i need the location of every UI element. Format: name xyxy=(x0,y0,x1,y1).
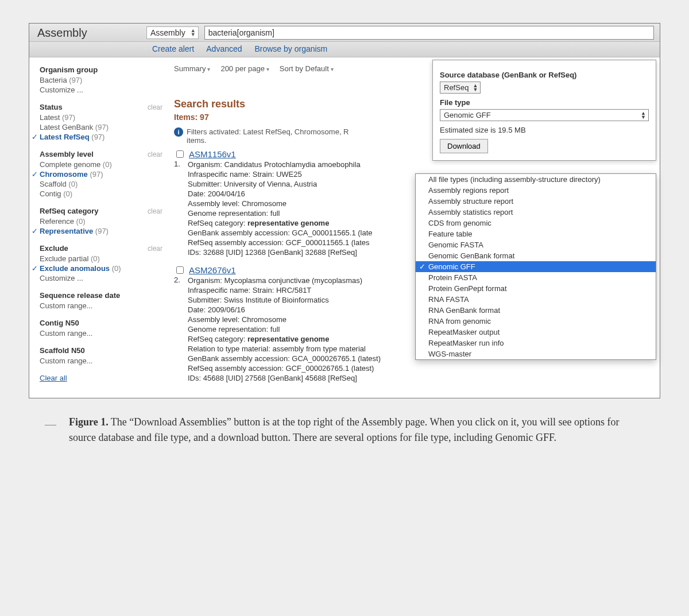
filetype-option[interactable]: RNA from genomic xyxy=(416,316,656,327)
result-line: Submitter: Swiss Institute of Bioinforma… xyxy=(188,295,381,305)
result-line: Assembly level: Chromosome xyxy=(188,199,373,208)
filetype-option[interactable]: Feature table xyxy=(416,228,656,239)
filetype-option[interactable]: Assembly statistics report xyxy=(416,207,656,218)
result-line: GenBank assembly accession: GCA_00002676… xyxy=(188,354,381,363)
facet-item[interactable]: Contig (0) xyxy=(40,189,162,199)
result-line: Date: 2004/04/16 xyxy=(188,189,373,199)
download-button[interactable]: Download xyxy=(440,139,488,153)
result-line: Relation to type material: assembly from… xyxy=(188,344,381,354)
db-selector-value: Assembly xyxy=(150,28,185,37)
result-line: Assembly level: Chromosome xyxy=(188,315,381,324)
source-db-select[interactable]: RefSeq ▲▼ xyxy=(440,82,481,94)
facet-item[interactable]: Latest RefSeq (97) xyxy=(40,132,162,142)
facet-item[interactable]: Custom range... xyxy=(40,328,162,338)
facet-title: Status xyxy=(40,103,63,111)
filetype-label: File type xyxy=(440,98,649,107)
result-line: Organism: Mycoplasma conjunctivae (mycop… xyxy=(188,276,381,285)
facet-item[interactable]: Representative (97) xyxy=(40,226,162,236)
summary-dropdown[interactable]: Summary xyxy=(174,64,210,73)
filetype-option[interactable]: Genomic FASTA xyxy=(416,239,656,250)
info-icon: i xyxy=(174,127,183,137)
estimated-size: Estimated size is 19.5 MB xyxy=(440,126,649,134)
clear-all-link[interactable]: Clear all xyxy=(40,374,67,382)
facet-item[interactable]: Exclude anomalous (0) xyxy=(40,264,162,273)
result-checkbox[interactable] xyxy=(176,266,184,274)
chevron-updown-icon: ▲▼ xyxy=(641,111,646,119)
facet-clear[interactable]: clear xyxy=(148,245,162,253)
result-line: Infraspecific name: Strain: UWE25 xyxy=(188,169,373,179)
facet-item[interactable]: Custom range... xyxy=(40,356,162,366)
filetype-option[interactable]: RepeatMasker run info xyxy=(416,338,656,348)
perpage-dropdown[interactable]: 200 per page xyxy=(220,64,269,73)
source-db-value: RefSeq xyxy=(444,83,469,92)
filetype-option[interactable]: Assembly structure report xyxy=(416,196,656,207)
filetype-value: Genomic GFF xyxy=(444,111,491,119)
facet-head: Sequence release date xyxy=(40,291,162,300)
sort-dropdown[interactable]: Sort by Default xyxy=(280,64,334,73)
result-line: IDs: 45688 [UID] 27568 [GenBank] 45688 [… xyxy=(188,373,381,383)
chevron-updown-icon: ▲▼ xyxy=(473,84,478,92)
facet-head: Assembly levelclear xyxy=(40,150,162,158)
facet-item[interactable]: Chromosome (97) xyxy=(40,169,162,179)
filetype-dropdown-list[interactable]: All file types (including assembly-struc… xyxy=(415,173,656,360)
facet-item[interactable]: Exclude partial (0) xyxy=(40,254,162,264)
facet-title: Scaffold N50 xyxy=(40,346,85,355)
facet-head: Excludeclear xyxy=(40,244,162,253)
facet-item[interactable]: Scaffold (0) xyxy=(40,179,162,189)
filetype-option[interactable]: RNA GenBank format xyxy=(416,305,656,316)
facet-item[interactable]: Latest GenBank (97) xyxy=(40,122,162,132)
result-line: Infraspecific name: Strain: HRC/581T xyxy=(188,285,381,295)
screenshot-frame: Assembly Assembly ▲▼ bacteria[organism] … xyxy=(29,23,660,398)
facet-group: RefSeq categoryclearReference (0)Represe… xyxy=(40,207,162,236)
facet-group: StatusclearLatest (97)Latest GenBank (97… xyxy=(40,103,162,142)
link-create-alert[interactable]: Create alert xyxy=(152,44,194,53)
source-db-label: Source database (GenBank or RefSeq) xyxy=(440,71,649,79)
facet-clear[interactable]: clear xyxy=(148,103,162,111)
facet-head: Organism group xyxy=(40,65,162,74)
db-selector[interactable]: Assembly ▲▼ xyxy=(146,26,199,39)
filetype-option[interactable]: Protein GenPept format xyxy=(416,283,656,294)
facet-title: Contig N50 xyxy=(40,319,79,327)
filetype-option[interactable]: Assembly regions report xyxy=(416,185,656,196)
result-checkbox[interactable] xyxy=(176,150,184,158)
filetype-option[interactable]: All file types (including assembly-struc… xyxy=(416,174,656,185)
filetype-option[interactable]: Protein FASTA xyxy=(416,272,656,283)
filetype-option[interactable]: WGS-master xyxy=(416,348,656,359)
caption-text: Figure 1. The “Download Assemblies” butt… xyxy=(69,414,637,445)
facet-head: Scaffold N50 xyxy=(40,346,162,355)
facet-item[interactable]: Custom range... xyxy=(40,301,162,311)
result-number: 1. xyxy=(174,160,184,257)
result-line: Organism: Candidatus Protochlamydia amoe… xyxy=(188,160,373,169)
result-number: 2. xyxy=(174,276,184,383)
facet-item[interactable]: Bacteria (97) xyxy=(40,75,162,85)
link-browse-organism[interactable]: Browse by organism xyxy=(254,44,327,53)
chevron-updown-icon: ▲▼ xyxy=(191,29,196,37)
search-input[interactable]: bacteria[organism] xyxy=(204,26,654,40)
facet-item[interactable]: Complete genome (0) xyxy=(40,160,162,169)
facet-title: Assembly level xyxy=(40,150,94,158)
filetype-option[interactable]: Genomic GenBank format xyxy=(416,250,656,261)
facet-group: ExcludeclearExclude partial (0)Exclude a… xyxy=(40,244,162,283)
filetype-option[interactable]: RepeatMasker output xyxy=(416,327,656,338)
result-line: IDs: 32688 [UID] 12368 [GenBank] 32688 [… xyxy=(188,247,373,257)
facet-clear[interactable]: clear xyxy=(148,150,162,158)
facet-item[interactable]: Customize ... xyxy=(40,85,162,95)
filetype-select[interactable]: Genomic GFF ▲▼ xyxy=(440,109,649,121)
filetype-option[interactable]: Genomic GFF xyxy=(416,261,656,272)
filetype-option[interactable]: CDS from genomic xyxy=(416,218,656,228)
result-line: Genome representation: full xyxy=(188,324,381,334)
facet-item[interactable]: Customize ... xyxy=(40,273,162,283)
download-popover: Source database (GenBank or RefSeq) RefS… xyxy=(432,60,656,161)
result-title-link[interactable]: ASM1156v1 xyxy=(189,149,236,159)
filetype-option[interactable]: RNA FASTA xyxy=(416,294,656,305)
result-line: RefSeq category: representative genome xyxy=(188,334,381,344)
facet-item[interactable]: Latest (97) xyxy=(40,113,162,122)
facet-item[interactable]: Reference (0) xyxy=(40,216,162,226)
facet-title: Sequence release date xyxy=(40,291,120,300)
link-advanced[interactable]: Advanced xyxy=(206,44,242,53)
facet-clear[interactable]: clear xyxy=(148,207,162,215)
result-line: RefSeq category: representative genome xyxy=(188,218,373,228)
facet-group: Organism groupBacteria (97)Customize ... xyxy=(40,65,162,95)
result-title-link[interactable]: ASM2676v1 xyxy=(189,265,236,275)
result-details: Organism: Mycoplasma conjunctivae (mycop… xyxy=(188,276,381,383)
